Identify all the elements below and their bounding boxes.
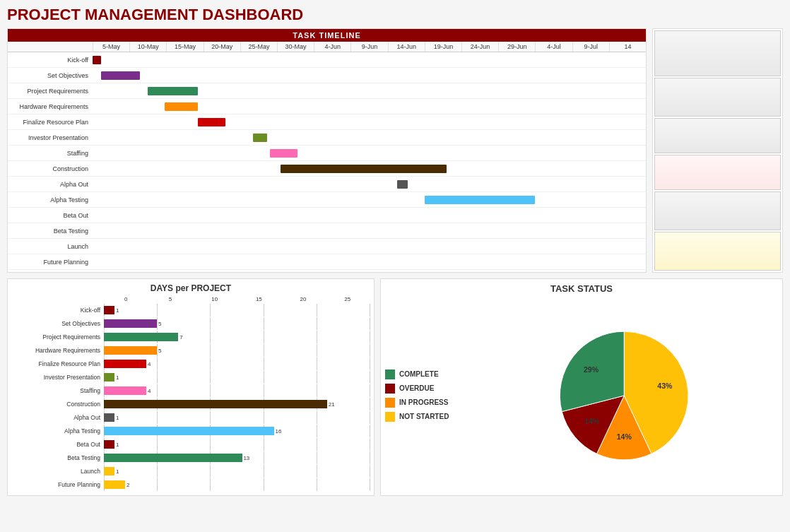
gantt-row-label: Beta Out (8, 212, 93, 219)
gantt-date-label: 9-Jun (350, 42, 387, 52)
bar-value: 21 (329, 401, 335, 408)
days-bar-chart: DAYS per PROJECT 0510152025 Kick-off1Set… (7, 278, 375, 496)
grid-line (157, 371, 158, 384)
grid-line (210, 304, 211, 317)
bar-value: 16 (276, 428, 282, 435)
grid-line (317, 371, 317, 384)
gantt-row-chart (93, 177, 646, 191)
gantt-date-label: 5-May (93, 42, 129, 52)
bar-row-chart: 13 (104, 451, 370, 464)
x-axis-label: 10 (192, 296, 237, 302)
grid-line (210, 317, 211, 330)
bar-row-chart: 1 (104, 371, 370, 384)
gantt-row: Alpha Testing (8, 192, 646, 208)
bar-fill (104, 386, 146, 395)
grid-line (317, 425, 317, 437)
bar-value: 4 (148, 388, 151, 394)
gantt-date-label: 20-May (204, 42, 240, 52)
grid-line (317, 451, 317, 464)
gantt-row-label: Hardware Requirements (8, 103, 93, 110)
thumb-5 (654, 191, 781, 230)
bar-value: 1 (116, 374, 119, 381)
bar-row-label: Alpha Testing (12, 427, 104, 435)
bar-row: Set Objectives5 (12, 317, 370, 330)
gantt-row-chart (93, 99, 646, 114)
task-status-title: TASK STATUS (385, 283, 778, 294)
grid-line (210, 344, 211, 357)
bar-row-chart: 5 (104, 317, 370, 330)
gantt-row-label: Beta Testing (8, 227, 93, 235)
pie-wrapper: 43%14%14%29% (477, 318, 778, 473)
gantt-row: Construction (8, 161, 646, 177)
x-axis-labels: 0510152025 (12, 296, 370, 302)
pie-chart: 43%14%14%29% (546, 318, 709, 473)
bar-row-chart: 16 (104, 425, 370, 437)
grid-line (317, 411, 317, 424)
gantt-row-chart (93, 68, 646, 83)
bar-row-label: Launch (12, 468, 104, 475)
grid-line (317, 304, 317, 317)
page-wrapper: PROJECT MANAGEMENT DASHBOARD TASK TIMELI… (0, 0, 790, 502)
gantt-title: TASK TIMELINE (8, 29, 646, 42)
legend-item: OVERDUE (385, 384, 470, 394)
grid-line (210, 438, 211, 451)
legend-item: COMPLETE (385, 370, 470, 379)
grid-line (370, 478, 370, 491)
bar-row-label: Construction (12, 401, 104, 408)
gantt-row-chart (93, 114, 646, 129)
gantt-row-label: Alpha Testing (8, 196, 93, 203)
gantt-row-chart (93, 223, 646, 238)
grid-line (264, 331, 264, 343)
bar-value: 1 (116, 442, 119, 448)
bar-row-label: Hardware Requirements (12, 347, 104, 354)
bar-row-chart: 1 (104, 438, 370, 451)
bar-value: 5 (158, 348, 161, 354)
legend-label: COMPLETE (399, 370, 439, 378)
grid-line (317, 478, 317, 491)
grid-line (264, 411, 264, 424)
legend-color-swatch (385, 370, 395, 379)
grid-line (264, 357, 264, 370)
grid-line (370, 398, 370, 410)
bar-row: Staffing4 (12, 384, 370, 397)
gantt-row-chart (93, 208, 646, 223)
gantt-bar (281, 165, 447, 173)
gantt-bar (93, 56, 101, 64)
bar-row-chart: 2 (104, 478, 370, 491)
grid-line (370, 331, 370, 343)
grid-line (264, 371, 264, 384)
bar-fill (104, 427, 274, 435)
bar-value: 7 (179, 334, 182, 341)
x-axis-label: 20 (281, 296, 326, 302)
bar-row-chart: 7 (104, 331, 370, 343)
grid-line (157, 438, 158, 451)
gantt-date-label: 30-May (277, 42, 314, 52)
gantt-date-label: 9-Jul (572, 42, 609, 52)
gantt-row-label: Alpha Out (8, 181, 93, 188)
gantt-bar (148, 87, 197, 95)
bar-row-chart: 4 (104, 384, 370, 397)
grid-line (157, 357, 158, 370)
bar-row: Future Planning2 (12, 478, 370, 491)
legend-label: IN PROGRESS (399, 398, 448, 406)
gantt-bar (198, 118, 225, 126)
grid-line (157, 478, 158, 491)
grid-line (317, 344, 317, 357)
grid-line (264, 344, 264, 357)
bar-row-chart: 21 (104, 398, 370, 410)
grid-line (370, 465, 370, 478)
gantt-body: 5-May10-May15-May20-May25-May30-May4-Jun… (8, 42, 646, 270)
gantt-row: Beta Out (8, 208, 646, 223)
gantt-bar (101, 71, 140, 80)
gantt-row: Launch (8, 239, 646, 254)
bar-row: Construction21 (12, 398, 370, 410)
bar-value: 2 (126, 482, 129, 488)
x-axis-label: 15 (237, 296, 281, 302)
status-content: COMPLETEOVERDUEIN PROGRESSNOT STARTED 43… (385, 300, 778, 491)
bar-fill (104, 440, 114, 449)
bar-value: 1 (116, 415, 119, 421)
pie-slice-label: 14% (584, 417, 600, 425)
gantt-date-label: 24-Jun (461, 42, 498, 52)
gantt-row: Beta Testing (8, 223, 646, 239)
bar-row: Finalize Resource Plan4 (12, 357, 370, 370)
